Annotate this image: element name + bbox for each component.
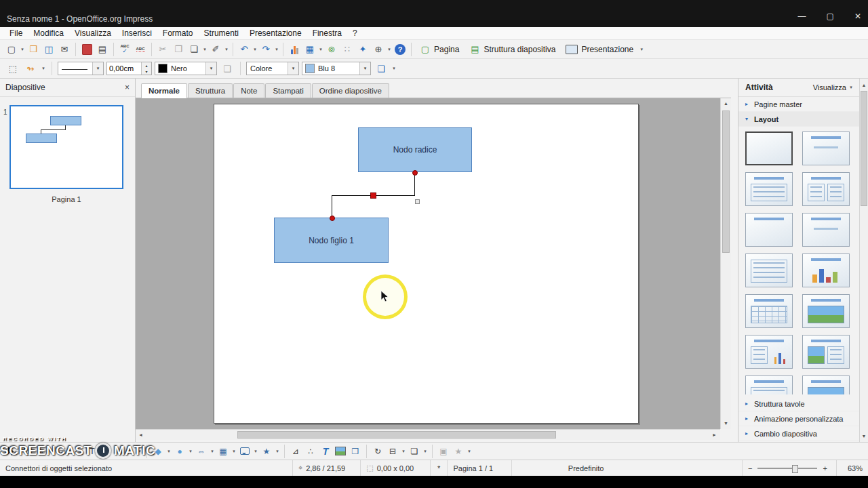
tab-struttura[interactable]: Struttura: [188, 83, 233, 98]
vertical-scroll-thumb[interactable]: [722, 110, 730, 253]
zoom-in-icon[interactable]: +: [823, 464, 827, 472]
help-icon[interactable]: ?: [393, 42, 408, 57]
minimize-button[interactable]: —: [798, 12, 806, 21]
extrusion-icon[interactable]: ▣: [437, 445, 450, 458]
callouts-icon[interactable]: [238, 445, 252, 458]
horizontal-scrollbar[interactable]: ◄ ►: [136, 429, 720, 440]
dropdown-arrow[interactable]: ▾: [252, 47, 258, 52]
toolbar-overflow-arrow[interactable]: ▾: [639, 47, 644, 52]
dropdown-arrow[interactable]: ▾: [20, 47, 25, 52]
dropdown-arrow[interactable]: ▾: [188, 449, 193, 454]
dropdown-arrow[interactable]: ▾: [137, 449, 142, 454]
stars-icon[interactable]: ★: [260, 445, 273, 458]
align-icon[interactable]: ⊟: [386, 445, 399, 458]
child-node-shape[interactable]: Nodo figlio 1: [274, 218, 389, 263]
stepper-up-icon[interactable]: ▴: [142, 62, 151, 68]
glue-points-tool-icon[interactable]: ∴: [304, 445, 317, 458]
paste-icon[interactable]: ❏: [186, 42, 201, 57]
presentazione-button[interactable]: Presentazione: [561, 42, 638, 57]
scroll-down-icon[interactable]: ▼: [721, 418, 731, 428]
menu-help[interactable]: ?: [347, 27, 363, 40]
fill-color-select[interactable]: Blu 8 ▾: [302, 62, 371, 75]
line-color-select[interactable]: Nero ▾: [155, 62, 217, 75]
autospellcheck-icon[interactable]: ABC: [133, 42, 148, 57]
tab-ordine-diapositive[interactable]: Ordine diapositive: [312, 83, 389, 98]
dropdown-arrow[interactable]: ▾: [318, 47, 323, 52]
section-cambio-diapositiva[interactable]: ▸ Cambio diapositiva: [738, 426, 859, 441]
vertical-scrollbar[interactable]: ▲ ▼: [720, 98, 731, 429]
tasks-scrollbar[interactable]: ▲ ▼: [859, 79, 868, 442]
arrange-icon[interactable]: ❏: [408, 445, 421, 458]
dropdown-arrow[interactable]: ▾: [49, 449, 54, 454]
select-tool-icon[interactable]: [4, 445, 18, 458]
scroll-up-icon[interactable]: ▲: [860, 80, 868, 90]
tab-note[interactable]: Note: [233, 83, 264, 98]
scroll-up-icon[interactable]: ▲: [721, 98, 731, 108]
menu-presentazione[interactable]: Presentazione: [244, 27, 307, 40]
slide-thumbnail[interactable]: [9, 105, 123, 189]
menu-modifica[interactable]: Modifica: [28, 27, 69, 40]
layout-thumbnail-partial[interactable]: [802, 375, 850, 394]
tab-normale[interactable]: Normale: [141, 83, 187, 98]
edit-points-tool-icon[interactable]: ⊿: [289, 445, 302, 458]
dropdown-arrow[interactable]: ▾: [210, 449, 215, 454]
zoom-percent[interactable]: 63%: [836, 460, 868, 476]
tasks-scroll-thumb[interactable]: [861, 91, 867, 206]
zoom-slider-thumb[interactable]: [792, 465, 798, 473]
chart-icon[interactable]: [287, 42, 302, 57]
edit-points-icon[interactable]: ⬚: [5, 61, 20, 76]
layout-thumbnail-image-list[interactable]: [802, 335, 850, 369]
dropdown-arrow[interactable]: ▾: [401, 449, 406, 454]
dropdown-arrow[interactable]: ▾: [41, 66, 46, 71]
connector-segment[interactable]: [414, 172, 415, 195]
section-struttura-tavole[interactable]: ▸ Struttura tavole: [738, 396, 859, 411]
hyperlink-icon[interactable]: ⊚: [324, 42, 339, 57]
tab-stampati[interactable]: Stampati: [265, 83, 311, 98]
redo-icon[interactable]: ↷: [258, 42, 273, 57]
zoom-icon[interactable]: ⊕: [371, 42, 386, 57]
fill-type-select[interactable]: Colore ▾: [246, 62, 299, 75]
close-button[interactable]: ✕: [854, 12, 861, 21]
menu-strumenti[interactable]: Strumenti: [199, 27, 244, 40]
dropdown-arrow[interactable]: ▾: [231, 449, 237, 454]
copy-icon[interactable]: ❐: [171, 42, 186, 57]
dropdown-arrow[interactable]: ▾: [166, 449, 172, 454]
curve-tool-icon[interactable]: ⌒: [100, 445, 114, 458]
layout-thumbnail-content-only[interactable]: [745, 253, 793, 287]
line-width-stepper[interactable]: ▴▾: [106, 62, 152, 75]
menu-file[interactable]: File: [4, 27, 28, 40]
layout-thumbnail-title-content[interactable]: [802, 131, 850, 165]
insert-picture-icon[interactable]: [334, 445, 347, 458]
connector-endpoint-handle[interactable]: [330, 216, 335, 221]
undo-icon[interactable]: ↶: [237, 42, 252, 57]
layout-thumbnail-title-only[interactable]: [745, 213, 793, 247]
line-tool-icon[interactable]: ╲: [19, 445, 33, 458]
spellcheck-icon[interactable]: ABC✓: [117, 42, 132, 57]
navigator-icon[interactable]: ✦: [355, 42, 370, 57]
fontwork-shape-icon[interactable]: ★: [452, 445, 465, 458]
connector-mid-handle[interactable]: [370, 192, 376, 199]
print-icon[interactable]: ▤: [95, 42, 110, 57]
block-arrows-icon[interactable]: ⇔: [195, 445, 208, 458]
layout-thumbnail-table[interactable]: [745, 294, 793, 328]
stepper-down-icon[interactable]: ▾: [142, 68, 151, 75]
layout-thumbnail-chart[interactable]: [802, 253, 850, 287]
dropdown-arrow[interactable]: ▾: [253, 449, 258, 454]
table-icon[interactable]: ▦: [302, 42, 317, 57]
connector-segment[interactable]: [332, 195, 332, 218]
format-paintbrush-icon[interactable]: ✐: [208, 42, 223, 57]
dropdown-arrow[interactable]: ▾: [224, 47, 229, 52]
symbol-shapes-icon[interactable]: ●: [173, 445, 186, 458]
zoom-slider[interactable]: [757, 468, 817, 469]
horizontal-scroll-thumb[interactable]: [237, 431, 556, 439]
scroll-down-icon[interactable]: ▼: [860, 431, 868, 441]
dropdown-arrow[interactable]: ▾: [422, 449, 428, 454]
shadow-button-icon[interactable]: ❑: [374, 61, 389, 76]
slide[interactable]: Nodo radice Nodo figlio 1: [214, 104, 639, 424]
flowchart-icon[interactable]: ▦: [216, 445, 230, 458]
slides-panel-close-icon[interactable]: ×: [125, 83, 130, 92]
fontwork-icon[interactable]: T: [319, 445, 332, 458]
layout-thumbnail-list-chart[interactable]: [745, 335, 793, 369]
cut-icon[interactable]: ✂: [155, 42, 170, 57]
line-width-input[interactable]: [107, 62, 141, 75]
